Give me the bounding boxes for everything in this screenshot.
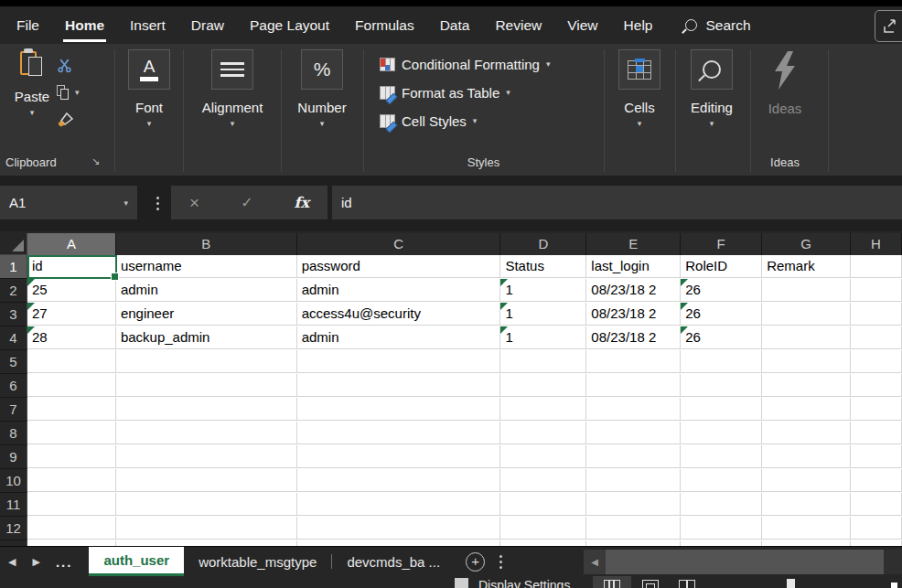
cell-B4[interactable]: backup_admin <box>116 326 297 349</box>
row-header-6[interactable]: 6 <box>0 374 27 398</box>
cell-C2[interactable]: admin <box>297 279 501 302</box>
cell-H4[interactable] <box>851 326 902 349</box>
tab-home[interactable]: Home <box>52 6 117 44</box>
sheet-options-dots[interactable] <box>499 555 502 569</box>
cell-D7[interactable] <box>500 398 586 421</box>
cell-H5[interactable] <box>851 350 902 373</box>
cell-H2[interactable] <box>851 279 902 302</box>
clipboard-dialog-launcher[interactable]: ↘ <box>91 155 100 167</box>
cell-B8[interactable] <box>116 422 297 444</box>
cell-D6[interactable] <box>500 374 586 397</box>
more-sheets-button[interactable]: ... <box>48 554 81 570</box>
cell-F1[interactable]: RoleID <box>681 255 762 278</box>
column-header-A[interactable]: A <box>27 233 116 255</box>
cell-F9[interactable] <box>681 445 762 468</box>
prev-sheet-button[interactable]: ◀ <box>0 556 24 568</box>
cell-H6[interactable] <box>851 374 902 397</box>
cell-G4[interactable] <box>762 326 851 349</box>
cell-F4[interactable]: 26 <box>681 326 762 349</box>
cell-C6[interactable] <box>297 374 501 397</box>
cell-G9[interactable] <box>762 445 851 468</box>
cell-A2[interactable]: 25 <box>27 279 116 302</box>
column-header-C[interactable]: C <box>297 233 501 255</box>
cell-H1[interactable] <box>851 255 902 278</box>
paste-button[interactable]: Paste ▾ <box>0 49 64 116</box>
cell-E12[interactable] <box>586 517 681 540</box>
cell-B7[interactable] <box>116 398 297 421</box>
cell-C9[interactable] <box>297 445 501 468</box>
tab-draw[interactable]: Draw <box>178 6 237 44</box>
column-header-F[interactable]: F <box>681 233 762 255</box>
cell-G11[interactable] <box>762 493 851 516</box>
format-painter-button[interactable] <box>57 106 104 134</box>
row-header-4[interactable]: 4 <box>0 326 27 350</box>
cell-C12[interactable] <box>297 517 501 540</box>
cell-C3[interactable]: access4u@security <box>297 303 501 326</box>
cell-A10[interactable] <box>27 469 116 492</box>
cell-F6[interactable] <box>681 374 762 397</box>
cell-A1[interactable]: id <box>27 255 116 278</box>
enter-button[interactable]: ✓ <box>241 194 252 211</box>
cell-F11[interactable] <box>681 493 762 516</box>
name-box[interactable]: A1 ▾ <box>0 186 137 219</box>
cell-B10[interactable] <box>116 469 297 492</box>
row-header-2[interactable]: 2 <box>0 279 27 303</box>
scrollbar-thumb[interactable] <box>606 550 884 574</box>
cell-styles-button[interactable]: Cell Styles ▾ <box>380 111 477 131</box>
cell-H9[interactable] <box>851 445 902 468</box>
font-group-button[interactable]: A Font ▾ <box>117 49 181 127</box>
cell-A5[interactable] <box>27 350 116 373</box>
cell-E8[interactable] <box>586 422 681 444</box>
column-header-H[interactable]: H <box>851 233 902 255</box>
cell-E5[interactable] <box>586 350 681 373</box>
tab-review[interactable]: Review <box>482 6 554 44</box>
cell-B5[interactable] <box>116 350 297 373</box>
cell-E4[interactable]: 08/23/18 2 <box>586 326 681 349</box>
cell-H10[interactable] <box>851 469 902 492</box>
cell-B9[interactable] <box>116 445 297 468</box>
cell-E6[interactable] <box>586 374 681 397</box>
copy-button[interactable]: ▾ <box>57 79 104 106</box>
cells-group-button[interactable]: Cells ▾ <box>607 49 671 127</box>
cell-C5[interactable] <box>297 350 501 373</box>
column-header-B[interactable]: B <box>116 233 297 255</box>
cell-A3[interactable]: 27 <box>27 303 116 326</box>
sheet-tab-devcmds[interactable]: devcmds_ba ... <box>332 547 455 576</box>
cell-B1[interactable]: username <box>116 255 297 278</box>
zoom-slider-handle[interactable] <box>891 583 897 588</box>
cell-C4[interactable]: admin <box>297 326 501 349</box>
row-header-1[interactable]: 1 <box>0 255 27 279</box>
tab-page-layout[interactable]: Page Layout <box>237 6 342 44</box>
cell-E1[interactable]: last_login <box>586 255 681 278</box>
cell-F3[interactable]: 26 <box>681 303 762 326</box>
cell-D4[interactable]: 1 <box>500 326 586 349</box>
column-header-G[interactable]: G <box>762 233 851 255</box>
cell-G8[interactable] <box>762 422 851 444</box>
cell-A9[interactable] <box>27 445 116 468</box>
cell-A6[interactable] <box>27 374 116 397</box>
column-header-E[interactable]: E <box>586 233 681 255</box>
cell-A11[interactable] <box>27 493 116 516</box>
cell-H12[interactable] <box>851 517 902 540</box>
cell-G5[interactable] <box>762 350 851 373</box>
row-header-5[interactable]: 5 <box>0 350 27 374</box>
editing-group-button[interactable]: Editing ▾ <box>680 49 744 127</box>
cell-D3[interactable]: 1 <box>500 303 586 326</box>
cell-C7[interactable] <box>297 398 501 421</box>
row-header-8[interactable]: 8 <box>0 422 27 445</box>
search-box[interactable]: Search <box>685 17 750 34</box>
cell-H7[interactable] <box>851 398 902 421</box>
select-all-corner[interactable] <box>0 233 27 255</box>
copy-dropdown-arrow[interactable]: ▾ <box>75 88 80 97</box>
number-group-button[interactable]: % Number ▾ <box>290 49 354 127</box>
cell-B3[interactable]: engineer <box>116 303 297 326</box>
cell-E7[interactable] <box>586 398 681 421</box>
cell-G7[interactable] <box>762 398 851 421</box>
cancel-button[interactable]: × <box>189 193 199 213</box>
number-dropdown-arrow[interactable]: ▾ <box>320 120 325 127</box>
sheet-tab-auth-user[interactable]: auth_user <box>89 547 184 576</box>
cell-C8[interactable] <box>297 422 501 444</box>
scroll-left-arrow[interactable]: ◀ <box>584 550 606 574</box>
row-header-12[interactable]: 12 <box>0 517 27 540</box>
insert-function-button[interactable]: fx <box>295 194 309 211</box>
